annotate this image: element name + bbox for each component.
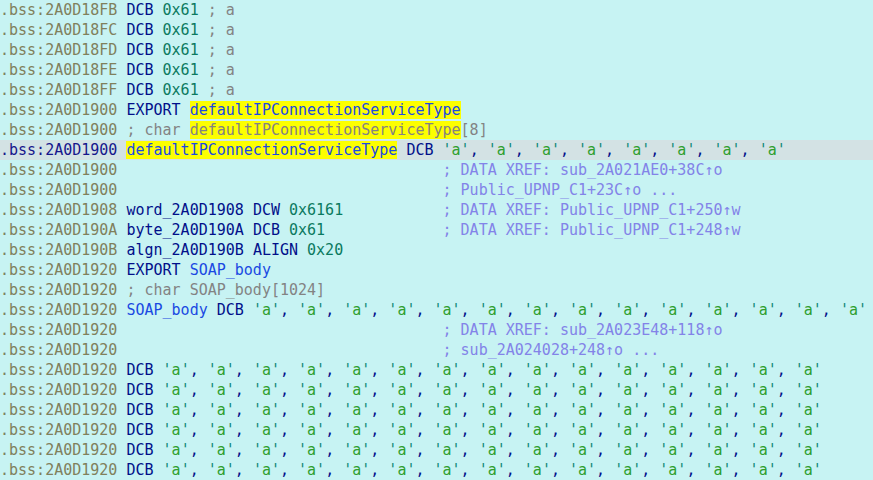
listing-line[interactable]: .bss:2A0D1920 DCB 'a', 'a', 'a', 'a', 'a… xyxy=(0,400,873,420)
listing-line[interactable]: .bss:2A0D1920 ; DATA XREF: sub_2A023E48+… xyxy=(0,320,873,340)
char-literal: a xyxy=(578,301,587,319)
listing-line[interactable]: .bss:2A0D1900 ; char defaultIPConnection… xyxy=(0,120,873,140)
listing-line[interactable]: .bss:2A0D1920 EXPORT SOAP_body xyxy=(0,260,873,280)
punctuation: , xyxy=(190,381,208,399)
char-literal: a xyxy=(668,441,677,459)
char-quote: ' xyxy=(533,141,542,159)
char-literal: a xyxy=(352,441,361,459)
char-quote: ' xyxy=(253,301,262,319)
punctuation: , xyxy=(280,401,298,419)
punctuation: , xyxy=(822,301,840,319)
punctuation: , xyxy=(190,441,208,459)
char-quote: ' xyxy=(253,381,262,399)
listing-line[interactable]: .bss:2A0D1920 ; char SOAP_body[1024] xyxy=(0,280,873,300)
char-literal: a xyxy=(307,381,316,399)
listing-line[interactable]: .bss:2A0D190A byte_2A0D190A DCB 0x61 ; D… xyxy=(0,220,873,240)
punctuation: , xyxy=(415,361,433,379)
char-quote: ' xyxy=(840,301,849,319)
char-quote: ' xyxy=(795,401,804,419)
punctuation: , xyxy=(506,441,524,459)
address: .bss:2A0D18FE xyxy=(0,61,126,79)
char-quote: ' xyxy=(497,441,506,459)
char-quote: ' xyxy=(343,381,352,399)
char-literal: a xyxy=(578,401,587,419)
char-quote: ' xyxy=(343,441,352,459)
char-quote: ' xyxy=(723,301,732,319)
listing-line[interactable]: .bss:2A0D1908 word_2A0D1908 DCW 0x6161 ;… xyxy=(0,200,873,220)
listing-line[interactable]: .bss:2A0D1900 ; DATA XREF: sub_2A021AE0+… xyxy=(0,160,873,180)
char-quote: ' xyxy=(298,381,307,399)
listing-line[interactable]: .bss:2A0D18FE DCB 0x61 ; a xyxy=(0,60,873,80)
address: .bss:2A0D1920 xyxy=(0,381,126,399)
char-quote: ' xyxy=(181,361,190,379)
char-quote: ' xyxy=(208,441,217,459)
char-quote: ' xyxy=(434,421,443,439)
char-quote: ' xyxy=(524,361,533,379)
char-quote: ' xyxy=(795,301,804,319)
char-literal: a xyxy=(804,361,813,379)
keyword: EXPORT xyxy=(126,101,189,119)
punctuation: , xyxy=(235,401,253,419)
char-quote: ' xyxy=(632,421,641,439)
punctuation: , xyxy=(370,401,388,419)
char-quote: ' xyxy=(632,401,641,419)
listing-line[interactable]: .bss:2A0D1920 DCB 'a', 'a', 'a', 'a', 'a… xyxy=(0,440,873,460)
listing-line[interactable]: .bss:2A0D190B algn_2A0D190B ALIGN 0x20 xyxy=(0,240,873,260)
listing-line[interactable]: .bss:2A0D18FD DCB 0x61 ; a xyxy=(0,40,873,60)
punctuation: , xyxy=(686,421,704,439)
char-literal: a xyxy=(262,401,271,419)
spacer xyxy=(117,321,442,339)
punctuation: , xyxy=(280,421,298,439)
punctuation: , xyxy=(506,301,524,319)
char-quote: ' xyxy=(163,361,172,379)
listing-line-selected[interactable]: .bss:2A0D1900 defaultIPConnectionService… xyxy=(0,140,873,160)
listing-line[interactable]: .bss:2A0D1920 ; sub_2A024028+248↑o ... xyxy=(0,340,873,360)
char-quote: ' xyxy=(569,441,578,459)
char-quote: ' xyxy=(524,441,533,459)
char-literal: a xyxy=(759,401,768,419)
listing-line[interactable]: .bss:2A0D1920 DCB 'a', 'a', 'a', 'a', 'a… xyxy=(0,360,873,380)
punctuation: , xyxy=(461,361,479,379)
char-quote: ' xyxy=(434,441,443,459)
disassembly-view[interactable]: .bss:2A0D18FB DCB 0x61 ; a.bss:2A0D18FC … xyxy=(0,0,873,480)
char-literal: a xyxy=(488,441,497,459)
listing-line[interactable]: .bss:2A0D1900 EXPORT defaultIPConnection… xyxy=(0,100,873,120)
char-quote: ' xyxy=(768,421,777,439)
punctuation: , xyxy=(741,141,759,159)
listing-line[interactable]: .bss:2A0D1900 ; Public_UPNP_C1+23C↑o ... xyxy=(0,180,873,200)
char-literal: a xyxy=(443,441,452,459)
char-quote: ' xyxy=(768,441,777,459)
listing-line[interactable]: .bss:2A0D18FC DCB 0x61 ; a xyxy=(0,20,873,40)
listing-line[interactable]: .bss:2A0D1920 DCB 'a', 'a', 'a', 'a', 'a… xyxy=(0,380,873,400)
keyword: DCB xyxy=(126,441,162,459)
char-quote: ' xyxy=(587,461,596,479)
char-quote: ' xyxy=(542,361,551,379)
char-literal: a xyxy=(759,441,768,459)
punctuation: , xyxy=(641,461,659,479)
char-quote: ' xyxy=(623,141,632,159)
char-literal: a xyxy=(172,441,181,459)
punctuation: , xyxy=(235,361,253,379)
listing-line[interactable]: .bss:2A0D18FF DCB 0x61 ; a xyxy=(0,80,873,100)
address: .bss:2A0D1920 xyxy=(0,361,126,379)
char-quote: ' xyxy=(253,401,262,419)
char-quote: ' xyxy=(497,401,506,419)
char-literal: a xyxy=(217,441,226,459)
punctuation: , xyxy=(415,441,433,459)
address: .bss:2A0D1920 xyxy=(0,461,126,479)
listing-line[interactable]: .bss:2A0D1920 DCB 'a', 'a', 'a', 'a', 'a… xyxy=(0,460,873,480)
listing-line[interactable]: .bss:2A0D1920 SOAP_body DCB 'a', 'a', 'a… xyxy=(0,300,873,320)
char-quote: ' xyxy=(497,301,506,319)
listing-line[interactable]: .bss:2A0D1920 DCB 'a', 'a', 'a', 'a', 'a… xyxy=(0,420,873,440)
keyword: DCB xyxy=(126,81,162,99)
char-quote: ' xyxy=(497,421,506,439)
char-quote: ' xyxy=(361,301,370,319)
char-literal: a xyxy=(668,301,677,319)
punctuation: , xyxy=(596,401,614,419)
address: .bss:2A0D1920 xyxy=(0,401,126,419)
listing-line[interactable]: .bss:2A0D18FB DCB 0x61 ; a xyxy=(0,0,873,20)
punctuation: , xyxy=(605,141,623,159)
char-literal: a xyxy=(713,301,722,319)
char-quote: ' xyxy=(659,461,668,479)
char-quote: ' xyxy=(316,381,325,399)
